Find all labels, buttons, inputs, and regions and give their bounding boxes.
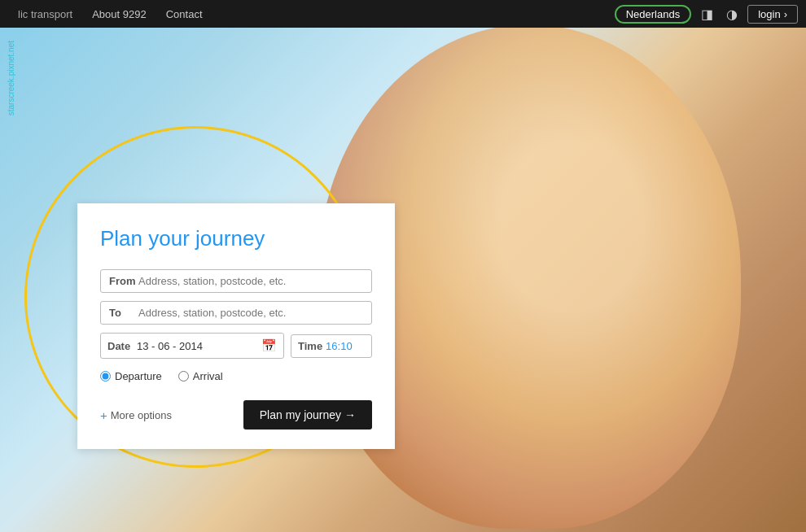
time-label: Time: [298, 340, 322, 352]
nav-right: Nederlands ◨ ◑ login ›: [615, 5, 798, 24]
contrast-icon[interactable]: ◑: [723, 5, 741, 24]
departure-option[interactable]: Departure: [100, 370, 162, 382]
login-label: login: [758, 8, 780, 20]
to-label: To: [109, 307, 138, 319]
more-options-label: More options: [111, 409, 172, 421]
calendar-icon[interactable]: 📅: [261, 338, 277, 353]
departure-arrival-row: Departure Arrival: [100, 367, 372, 386]
login-arrow: ›: [784, 8, 787, 20]
journey-planner-card: Plan your journey From To Date 13 - 06 -…: [77, 203, 395, 449]
watermark: starscreek.pixnet.net: [7, 41, 15, 116]
nav-links: lic transport About 9292 Contact: [8, 8, 212, 20]
about-link[interactable]: About 9292: [82, 8, 156, 20]
departure-label: Departure: [115, 370, 162, 382]
contact-link[interactable]: Contact: [156, 8, 212, 20]
from-input[interactable]: [138, 275, 363, 287]
language-button[interactable]: Nederlands: [615, 5, 692, 24]
login-button[interactable]: login ›: [747, 5, 798, 24]
to-input[interactable]: [138, 307, 363, 319]
date-time-row: Date 13 - 06 - 2014 📅 Time 16:10: [100, 333, 372, 359]
date-box: Date 13 - 06 - 2014 📅: [100, 333, 284, 359]
navbar: lic transport About 9292 Contact Nederla…: [0, 0, 806, 28]
to-input-row: To: [100, 301, 372, 325]
plan-journey-button[interactable]: Plan my journey →: [243, 400, 372, 430]
arrival-radio[interactable]: [178, 371, 189, 382]
card-title: Plan your journey: [100, 226, 372, 251]
departure-radio[interactable]: [100, 371, 111, 382]
date-value: 13 - 06 - 2014: [137, 340, 261, 352]
time-box: Time 16:10: [291, 334, 372, 358]
from-label: From: [109, 275, 138, 287]
date-label: Date: [107, 340, 137, 352]
from-input-row: From: [100, 269, 372, 293]
plus-icon: +: [100, 408, 107, 422]
time-value: 16:10: [326, 340, 353, 352]
arrival-option[interactable]: Arrival: [178, 370, 223, 382]
card-footer: + More options Plan my journey →: [100, 400, 372, 430]
accessibility-icon[interactable]: ◨: [698, 5, 716, 24]
more-options-button[interactable]: + More options: [100, 408, 172, 422]
brand-link[interactable]: lic transport: [8, 8, 82, 20]
arrival-label: Arrival: [193, 370, 223, 382]
